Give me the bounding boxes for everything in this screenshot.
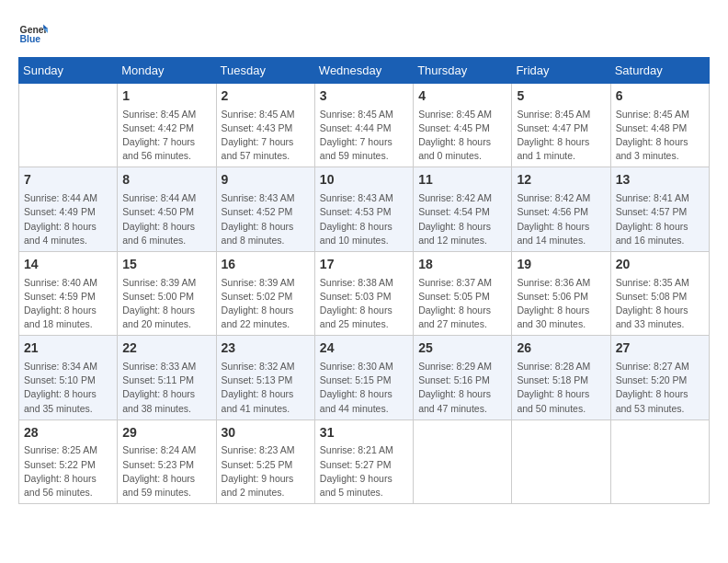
day-info: Sunrise: 8:37 AM Sunset: 5:05 PM Dayligh… xyxy=(418,276,506,332)
day-info: Sunrise: 8:23 AM Sunset: 5:25 PM Dayligh… xyxy=(222,443,310,500)
calendar-cell: 17Sunrise: 8:38 AM Sunset: 5:03 PM Dayli… xyxy=(314,251,413,335)
day-number: 15 xyxy=(122,256,210,274)
day-info: Sunrise: 8:43 AM Sunset: 4:52 PM Dayligh… xyxy=(222,191,310,247)
day-info: Sunrise: 8:45 AM Sunset: 4:45 PM Dayligh… xyxy=(418,108,506,164)
calendar-cell: 21Sunrise: 8:34 AM Sunset: 5:10 PM Dayli… xyxy=(19,336,118,419)
day-header-wednesday: Wednesday xyxy=(314,58,413,84)
calendar-cell: 29Sunrise: 8:24 AM Sunset: 5:23 PM Dayli… xyxy=(118,419,216,503)
day-number: 12 xyxy=(517,171,605,190)
calendar-cell: 26Sunrise: 8:28 AM Sunset: 5:18 PM Dayli… xyxy=(512,336,610,419)
day-info: Sunrise: 8:42 AM Sunset: 4:54 PM Dayligh… xyxy=(418,191,506,247)
day-number: 5 xyxy=(517,87,605,106)
calendar-cell: 1Sunrise: 8:45 AM Sunset: 4:42 PM Daylig… xyxy=(118,84,216,167)
day-header-friday: Friday xyxy=(512,58,610,84)
calendar-cell: 18Sunrise: 8:37 AM Sunset: 5:05 PM Dayli… xyxy=(414,251,512,335)
day-info: Sunrise: 8:28 AM Sunset: 5:18 PM Dayligh… xyxy=(517,360,605,416)
day-number: 23 xyxy=(222,339,310,358)
calendar-cell: 6Sunrise: 8:45 AM Sunset: 4:48 PM Daylig… xyxy=(610,84,709,167)
day-header-sunday: Sunday xyxy=(19,58,118,84)
day-info: Sunrise: 8:45 AM Sunset: 4:42 PM Dayligh… xyxy=(122,108,210,164)
day-number: 21 xyxy=(24,339,112,358)
day-header-thursday: Thursday xyxy=(414,58,512,84)
calendar-cell: 12Sunrise: 8:42 AM Sunset: 4:56 PM Dayli… xyxy=(512,167,610,251)
logo: General Blue xyxy=(18,18,51,48)
day-info: Sunrise: 8:45 AM Sunset: 4:48 PM Dayligh… xyxy=(616,108,704,164)
day-info: Sunrise: 8:34 AM Sunset: 5:10 PM Dayligh… xyxy=(24,360,112,416)
day-number: 9 xyxy=(222,171,310,190)
logo-icon: General Blue xyxy=(18,18,48,48)
day-info: Sunrise: 8:29 AM Sunset: 5:16 PM Dayligh… xyxy=(418,360,506,416)
calendar-cell: 10Sunrise: 8:43 AM Sunset: 4:53 PM Dayli… xyxy=(314,167,413,251)
day-number: 29 xyxy=(122,424,210,442)
calendar-cell: 4Sunrise: 8:45 AM Sunset: 4:45 PM Daylig… xyxy=(414,84,512,167)
calendar-cell: 16Sunrise: 8:39 AM Sunset: 5:02 PM Dayli… xyxy=(216,251,314,335)
day-number: 26 xyxy=(517,339,605,358)
day-number: 1 xyxy=(122,87,210,106)
day-info: Sunrise: 8:30 AM Sunset: 5:15 PM Dayligh… xyxy=(320,360,408,416)
day-number: 24 xyxy=(320,339,408,358)
day-number: 6 xyxy=(616,87,704,106)
day-number: 22 xyxy=(122,339,210,358)
day-number: 18 xyxy=(418,256,506,274)
day-info: Sunrise: 8:27 AM Sunset: 5:20 PM Dayligh… xyxy=(616,360,704,416)
day-number: 10 xyxy=(320,171,408,190)
calendar-cell: 2Sunrise: 8:45 AM Sunset: 4:43 PM Daylig… xyxy=(216,84,314,167)
day-number: 14 xyxy=(24,256,112,274)
svg-text:Blue: Blue xyxy=(20,34,41,44)
calendar-cell: 8Sunrise: 8:44 AM Sunset: 4:50 PM Daylig… xyxy=(118,167,216,251)
day-number: 27 xyxy=(616,339,704,358)
calendar-cell xyxy=(512,419,610,503)
calendar-table: SundayMondayTuesdayWednesdayThursdayFrid… xyxy=(18,57,710,504)
calendar-cell xyxy=(414,419,512,503)
day-number: 25 xyxy=(418,339,506,358)
day-info: Sunrise: 8:25 AM Sunset: 5:22 PM Dayligh… xyxy=(24,443,112,500)
day-header-monday: Monday xyxy=(118,58,216,84)
week-row-1: 1Sunrise: 8:45 AM Sunset: 4:42 PM Daylig… xyxy=(19,84,710,167)
day-number: 20 xyxy=(616,256,704,274)
calendar-cell: 20Sunrise: 8:35 AM Sunset: 5:08 PM Dayli… xyxy=(610,251,709,335)
day-number: 30 xyxy=(222,424,310,442)
day-info: Sunrise: 8:39 AM Sunset: 5:00 PM Dayligh… xyxy=(122,276,210,332)
calendar-cell: 14Sunrise: 8:40 AM Sunset: 4:59 PM Dayli… xyxy=(19,251,118,335)
day-header-tuesday: Tuesday xyxy=(216,58,314,84)
day-info: Sunrise: 8:44 AM Sunset: 4:50 PM Dayligh… xyxy=(122,191,210,247)
calendar-cell: 25Sunrise: 8:29 AM Sunset: 5:16 PM Dayli… xyxy=(414,336,512,419)
day-number: 19 xyxy=(517,256,605,274)
page-header: General Blue xyxy=(18,18,710,48)
day-number: 31 xyxy=(320,424,408,442)
week-row-5: 28Sunrise: 8:25 AM Sunset: 5:22 PM Dayli… xyxy=(19,419,710,503)
day-number: 2 xyxy=(222,87,310,106)
day-number: 13 xyxy=(616,171,704,190)
day-info: Sunrise: 8:21 AM Sunset: 5:27 PM Dayligh… xyxy=(320,443,408,500)
calendar-cell: 3Sunrise: 8:45 AM Sunset: 4:44 PM Daylig… xyxy=(314,84,413,167)
calendar-cell: 5Sunrise: 8:45 AM Sunset: 4:47 PM Daylig… xyxy=(512,84,610,167)
day-info: Sunrise: 8:41 AM Sunset: 4:57 PM Dayligh… xyxy=(616,191,704,247)
calendar-cell: 15Sunrise: 8:39 AM Sunset: 5:00 PM Dayli… xyxy=(118,251,216,335)
day-info: Sunrise: 8:40 AM Sunset: 4:59 PM Dayligh… xyxy=(24,276,112,332)
day-number: 28 xyxy=(24,424,112,442)
day-number: 11 xyxy=(418,171,506,190)
calendar-cell: 23Sunrise: 8:32 AM Sunset: 5:13 PM Dayli… xyxy=(216,336,314,419)
day-info: Sunrise: 8:45 AM Sunset: 4:47 PM Dayligh… xyxy=(517,108,605,164)
day-info: Sunrise: 8:45 AM Sunset: 4:43 PM Dayligh… xyxy=(222,108,310,164)
day-info: Sunrise: 8:35 AM Sunset: 5:08 PM Dayligh… xyxy=(616,276,704,332)
day-number: 17 xyxy=(320,256,408,274)
day-info: Sunrise: 8:39 AM Sunset: 5:02 PM Dayligh… xyxy=(222,276,310,332)
day-info: Sunrise: 8:32 AM Sunset: 5:13 PM Dayligh… xyxy=(222,360,310,416)
day-number: 3 xyxy=(320,87,408,106)
week-row-4: 21Sunrise: 8:34 AM Sunset: 5:10 PM Dayli… xyxy=(19,336,710,419)
week-row-3: 14Sunrise: 8:40 AM Sunset: 4:59 PM Dayli… xyxy=(19,251,710,335)
day-info: Sunrise: 8:45 AM Sunset: 4:44 PM Dayligh… xyxy=(320,108,408,164)
week-row-2: 7Sunrise: 8:44 AM Sunset: 4:49 PM Daylig… xyxy=(19,167,710,251)
day-info: Sunrise: 8:42 AM Sunset: 4:56 PM Dayligh… xyxy=(517,191,605,247)
calendar-cell xyxy=(19,84,118,167)
day-number: 4 xyxy=(418,87,506,106)
calendar-cell: 13Sunrise: 8:41 AM Sunset: 4:57 PM Dayli… xyxy=(610,167,709,251)
calendar-cell: 9Sunrise: 8:43 AM Sunset: 4:52 PM Daylig… xyxy=(216,167,314,251)
calendar-cell: 27Sunrise: 8:27 AM Sunset: 5:20 PM Dayli… xyxy=(610,336,709,419)
day-info: Sunrise: 8:36 AM Sunset: 5:06 PM Dayligh… xyxy=(517,276,605,332)
day-info: Sunrise: 8:44 AM Sunset: 4:49 PM Dayligh… xyxy=(24,191,112,247)
calendar-cell: 22Sunrise: 8:33 AM Sunset: 5:11 PM Dayli… xyxy=(118,336,216,419)
calendar-cell xyxy=(610,419,709,503)
day-number: 7 xyxy=(24,171,112,190)
